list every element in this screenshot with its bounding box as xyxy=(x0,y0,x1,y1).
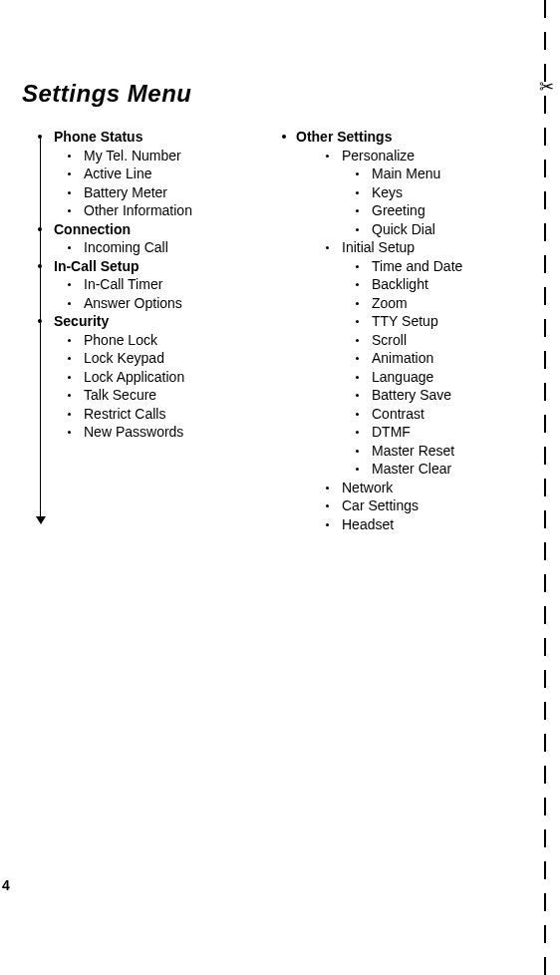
menu-item-label: Scroll xyxy=(372,332,407,348)
menu-item: Talk Secure xyxy=(54,386,272,405)
dash-segment xyxy=(544,96,546,114)
menu-item: Car Settings xyxy=(312,496,530,515)
dash-segment xyxy=(544,766,546,784)
menu-item: Quick Dial xyxy=(312,220,530,239)
menu-item-label: Zoom xyxy=(372,295,408,311)
menu-item-label: Animation xyxy=(372,350,433,366)
section-label: Phone Status xyxy=(54,128,272,147)
menu-item: Keys xyxy=(312,183,530,202)
menu-item: Greeting xyxy=(312,201,530,220)
page-title: Settings Menu xyxy=(22,80,192,108)
menu-item: TTY Setup xyxy=(312,312,530,331)
menu-item-label: Talk Secure xyxy=(84,387,156,403)
menu-item: Answer Options xyxy=(54,294,272,313)
dash-segment xyxy=(544,223,546,241)
menu-section: SecurityPhone LockLock KeypadLock Applic… xyxy=(54,312,272,442)
section-label: In-Call Setup xyxy=(54,257,272,276)
menu-item: Phone Lock xyxy=(54,331,272,350)
menu-item-label: Main Menu xyxy=(372,165,440,181)
menu-item-label: Master Clear xyxy=(372,461,451,477)
arrow-down-icon xyxy=(36,516,46,524)
dash-segment xyxy=(544,191,546,209)
menu-item-label: My Tel. Number xyxy=(84,148,181,163)
menu-item: In-Call Timer xyxy=(54,275,272,294)
menu-item-label: New Passwords xyxy=(84,424,183,440)
menu-item: Initial Setup xyxy=(312,238,530,257)
scissors-icon: ✂ xyxy=(539,76,554,98)
section-label: Other Settings xyxy=(296,128,530,147)
menu-item-label: Incoming Call xyxy=(84,239,168,255)
menu-item-label: Quick Dial xyxy=(372,221,435,237)
dash-segment xyxy=(544,638,546,656)
dash-line xyxy=(544,0,546,975)
menu-item: Master Reset xyxy=(312,442,530,461)
menu-item: Network xyxy=(312,479,530,497)
page-number: 4 xyxy=(2,877,10,893)
menu-item-label: Car Settings xyxy=(342,497,419,513)
menu-item-label: Other Information xyxy=(84,202,192,218)
bullet-icon xyxy=(38,135,42,139)
dash-segment xyxy=(544,606,546,624)
menu-item-label: Battery Save xyxy=(372,387,451,403)
menu-item: Battery Save xyxy=(312,386,530,405)
dash-segment xyxy=(544,351,546,369)
menu-item: Battery Meter xyxy=(54,183,272,202)
cut-line-border: ✂ xyxy=(528,0,560,975)
left-tree: Phone StatusMy Tel. NumberActive LineBat… xyxy=(54,128,272,442)
menu-item: Backlight xyxy=(312,275,530,294)
menu-section: ConnectionIncoming Call xyxy=(54,220,272,257)
dash-segment xyxy=(544,479,546,496)
menu-item-label: Time and Date xyxy=(372,258,462,274)
menu-item: DTMF xyxy=(312,423,530,442)
dash-segment xyxy=(544,319,546,337)
menu-item-label: Keys xyxy=(372,184,403,200)
menu-item: Other Information xyxy=(54,201,272,220)
menu-item-label: Battery Meter xyxy=(84,184,167,200)
menu-item: Time and Date xyxy=(312,257,530,276)
menu-item-label: Lock Keypad xyxy=(84,350,164,366)
menu-item: Zoom xyxy=(312,294,530,313)
menu-item-label: Answer Options xyxy=(84,295,182,311)
menu-item-label: Network xyxy=(342,480,393,495)
menu-item: Main Menu xyxy=(312,164,530,183)
dash-segment xyxy=(544,447,546,465)
menu-item: New Passwords xyxy=(54,423,272,442)
dash-segment xyxy=(544,415,546,433)
menu-section: In-Call SetupIn-Call TimerAnswer Options xyxy=(54,257,272,313)
dash-segment xyxy=(544,0,546,18)
menu-item: Lock Keypad xyxy=(54,349,272,368)
menu-item: My Tel. Number xyxy=(54,147,272,165)
bullet-icon xyxy=(38,319,42,323)
dash-segment xyxy=(544,925,546,943)
menu-item-label: Backlight xyxy=(372,276,428,292)
bullet-icon xyxy=(38,264,42,268)
dash-segment xyxy=(544,861,546,879)
dash-segment xyxy=(544,32,546,50)
menu-item-label: Headset xyxy=(342,516,394,532)
content-area: Phone StatusMy Tel. NumberActive LineBat… xyxy=(22,128,530,533)
dash-segment xyxy=(544,957,546,975)
section-label: Security xyxy=(54,312,272,331)
menu-item: Language xyxy=(312,368,530,387)
section-label: Connection xyxy=(54,220,272,239)
dash-segment xyxy=(544,829,546,847)
menu-section: Phone StatusMy Tel. NumberActive LineBat… xyxy=(54,128,272,220)
menu-item: Animation xyxy=(312,349,530,368)
menu-item: Master Clear xyxy=(312,460,530,479)
dash-segment xyxy=(544,128,546,146)
menu-item-label: DTMF xyxy=(372,424,411,440)
dash-segment xyxy=(544,670,546,688)
dash-segment xyxy=(544,893,546,911)
dash-segment xyxy=(544,734,546,752)
menu-item-label: Active Line xyxy=(84,165,151,181)
right-tree: Other SettingsPersonalizeMain MenuKeysGr… xyxy=(312,128,530,533)
menu-item-label: Greeting xyxy=(372,202,425,218)
menu-item-label: TTY Setup xyxy=(372,313,438,329)
menu-item: Active Line xyxy=(54,164,272,183)
menu-item: Scroll xyxy=(312,331,530,350)
left-column: Phone StatusMy Tel. NumberActive LineBat… xyxy=(22,128,272,533)
menu-item-label: Master Reset xyxy=(372,443,454,459)
dash-segment xyxy=(544,383,546,401)
dash-segment xyxy=(544,287,546,305)
dash-segment xyxy=(544,255,546,273)
